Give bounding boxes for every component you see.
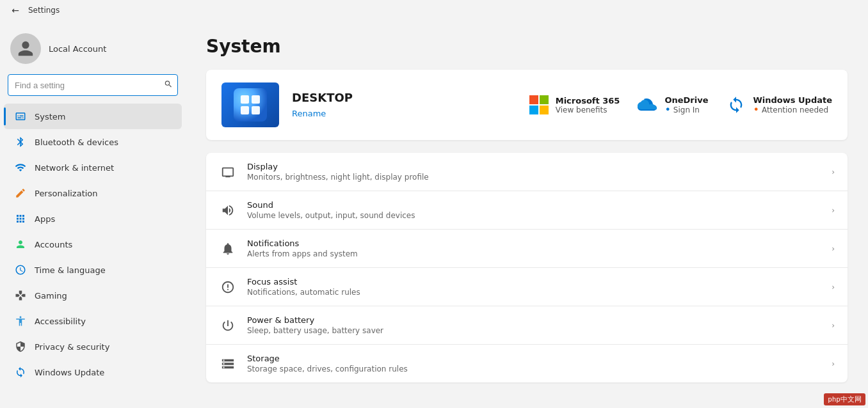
search-input[interactable] (8, 74, 178, 96)
sidebar-item-apps[interactable]: Apps (4, 206, 182, 231)
accounts-icon (14, 238, 27, 251)
settings-item-display[interactable]: Display Monitors, brightness, night ligh… (206, 153, 848, 191)
svg-rect-6 (540, 95, 549, 104)
svg-rect-5 (529, 95, 538, 104)
svg-rect-8 (540, 106, 549, 114)
device-name: DESKTOP (292, 91, 516, 104)
sidebar-item-bluetooth[interactable]: Bluetooth & devices (4, 129, 182, 155)
device-thumbnail (221, 82, 279, 127)
service-wu-info: Windows Update Attention needed (753, 95, 832, 115)
sound-icon (219, 201, 237, 219)
wu-service-icon (726, 95, 746, 115)
bluetooth-icon (14, 136, 27, 148)
settings-item-notifications-title: Notifications (247, 239, 821, 248)
sidebar-item-time[interactable]: Time & language (4, 257, 182, 283)
shield-icon (14, 340, 27, 353)
service-microsoft365-status: View benefits (556, 106, 620, 114)
svg-rect-2 (252, 95, 260, 104)
settings-item-notifications-content: Notifications Alerts from apps and syste… (247, 239, 821, 258)
sidebar-item-network[interactable]: Network & internet (4, 155, 182, 180)
user-section: Local Account (0, 26, 186, 74)
chevron-right-icon-2: › (832, 206, 835, 215)
sidebar-item-accessibility[interactable]: Accessibility (4, 308, 182, 334)
search-button[interactable] (164, 80, 173, 91)
service-microsoft365-name: Microsoft 365 (556, 96, 620, 106)
device-info: DESKTOP Rename (292, 91, 516, 119)
sidebar-item-accounts[interactable]: Accounts (4, 231, 182, 257)
display-icon (219, 163, 237, 181)
titlebar: ← Settings (0, 0, 868, 20)
settings-item-power-desc: Sleep, battery usage, battery saver (247, 326, 821, 335)
service-onedrive-info: OneDrive Sign In (664, 95, 708, 115)
service-microsoft365[interactable]: Microsoft 365 View benefits (529, 95, 620, 115)
accessibility-icon (14, 315, 27, 327)
network-icon (14, 161, 27, 174)
service-onedrive[interactable]: OneDrive Sign In (638, 95, 708, 115)
page-title: System (206, 36, 848, 57)
onedrive-icon (638, 95, 658, 115)
apps-icon (14, 212, 27, 225)
sidebar-item-label-system: System (35, 112, 65, 122)
settings-item-focus-content: Focus assist Notifications, automatic ru… (247, 277, 821, 297)
service-microsoft365-info: Microsoft 365 View benefits (556, 96, 620, 114)
settings-item-power[interactable]: Power & battery Sleep, battery usage, ba… (206, 306, 848, 345)
time-icon (14, 263, 27, 276)
notifications-icon (219, 240, 237, 258)
settings-item-sound[interactable]: Sound Volume levels, output, input, soun… (206, 191, 848, 230)
service-wu-name: Windows Update (753, 95, 832, 105)
settings-item-sound-title: Sound (247, 200, 821, 210)
settings-item-focus-assist[interactable]: Focus assist Notifications, automatic ru… (206, 268, 848, 306)
sidebar-nav: System Bluetooth & devices Network & int… (0, 104, 186, 385)
svg-rect-0 (234, 88, 267, 122)
back-button[interactable]: ← (8, 3, 23, 18)
settings-list: Display Monitors, brightness, night ligh… (206, 153, 848, 382)
sidebar-item-label-network: Network & internet (35, 163, 114, 173)
chevron-right-icon-4: › (832, 283, 835, 292)
sidebar-item-gaming[interactable]: Gaming (4, 283, 182, 308)
rename-link[interactable]: Rename (292, 109, 326, 118)
settings-item-storage-desc: Storage space, drives, configuration rul… (247, 365, 821, 373)
chevron-right-icon-3: › (832, 244, 835, 253)
sidebar-item-label-apps: Apps (35, 214, 55, 224)
settings-item-sound-content: Sound Volume levels, output, input, soun… (247, 200, 821, 220)
user-name: Local Account (49, 44, 106, 54)
gaming-icon (14, 289, 27, 302)
app-title: Settings (28, 6, 60, 15)
sidebar-item-windows-update[interactable]: Windows Update (4, 359, 182, 385)
microsoft365-icon (529, 95, 549, 115)
service-onedrive-status: Sign In (664, 105, 708, 115)
service-wu-status: Attention needed (753, 105, 832, 115)
svg-rect-7 (529, 106, 538, 114)
sidebar-item-label-windows-update: Windows Update (35, 368, 104, 377)
settings-item-storage[interactable]: Storage Storage space, drives, configura… (206, 345, 848, 382)
storage-icon (219, 355, 237, 373)
chevron-right-icon-6: › (832, 359, 835, 368)
sidebar-item-privacy[interactable]: Privacy & security (4, 334, 182, 359)
app-container: Local Account System (0, 20, 868, 408)
sidebar-item-label-accounts: Accounts (35, 240, 72, 249)
system-icon (14, 110, 27, 123)
chevron-right-icon-5: › (832, 321, 835, 330)
sidebar-item-personalization[interactable]: Personalization (4, 180, 182, 206)
svg-rect-1 (241, 95, 249, 104)
settings-item-display-title: Display (247, 162, 821, 171)
settings-item-display-content: Display Monitors, brightness, night ligh… (247, 162, 821, 182)
sidebar-item-label-gaming: Gaming (35, 291, 67, 301)
svg-rect-3 (241, 106, 249, 114)
settings-item-power-content: Power & battery Sleep, battery usage, ba… (247, 315, 821, 335)
settings-item-storage-content: Storage Storage space, drives, configura… (247, 354, 821, 373)
sidebar-item-system[interactable]: System (4, 104, 182, 129)
personalization-icon (14, 187, 27, 200)
service-windows-update[interactable]: Windows Update Attention needed (726, 95, 832, 115)
avatar (10, 33, 41, 64)
chevron-right-icon: › (832, 168, 835, 177)
settings-item-focus-desc: Notifications, automatic rules (247, 288, 821, 297)
watermark: php中文网 (824, 393, 865, 405)
settings-item-notifications[interactable]: Notifications Alerts from apps and syste… (206, 230, 848, 268)
svg-rect-4 (252, 106, 260, 114)
settings-item-storage-title: Storage (247, 354, 821, 363)
sidebar-item-label-accessibility: Accessibility (35, 317, 86, 326)
settings-item-focus-title: Focus assist (247, 277, 821, 286)
sidebar-item-label-privacy: Privacy & security (35, 342, 109, 352)
sidebar-item-label-bluetooth: Bluetooth & devices (35, 137, 118, 147)
